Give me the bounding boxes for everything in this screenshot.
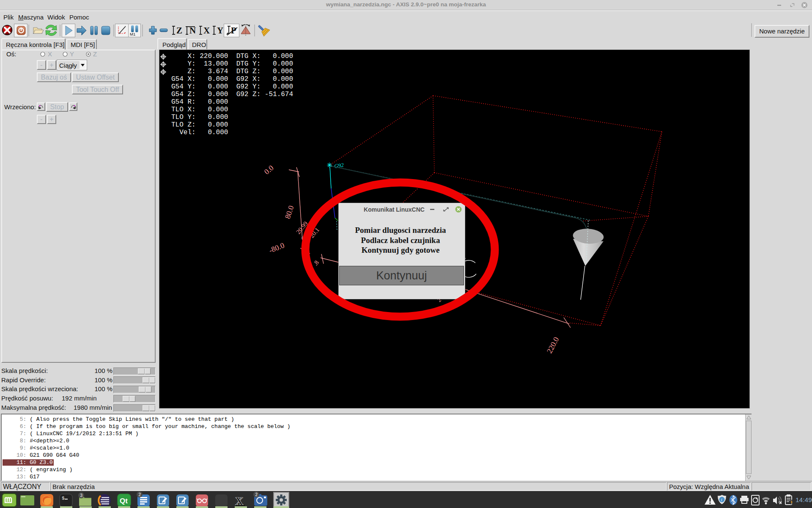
svg-text:N: N [189,25,196,36]
svg-text:Qt: Qt [120,497,128,505]
svg-text:Y: Y [217,25,223,36]
svg-text:3: 3 [80,493,83,498]
svg-text:2: 2 [255,492,258,497]
svg-text:2: 2 [139,492,141,497]
svg-text:Z: Z [176,25,182,36]
svg-text:M1: M1 [130,32,135,36]
svg-text:X: X [203,25,210,36]
svg-text:$: $ [62,496,65,501]
svg-text:220.0: 220.0 [545,336,561,355]
svg-text:-80.0: -80.0 [268,241,285,255]
svg-text:80.0: 80.0 [283,204,296,220]
svg-text:0.0: 0.0 [263,163,275,176]
svg-text:.8: .8 [312,259,320,267]
svg-text:i: i [721,497,722,502]
svg-text:14:49: 14:49 [796,496,812,503]
